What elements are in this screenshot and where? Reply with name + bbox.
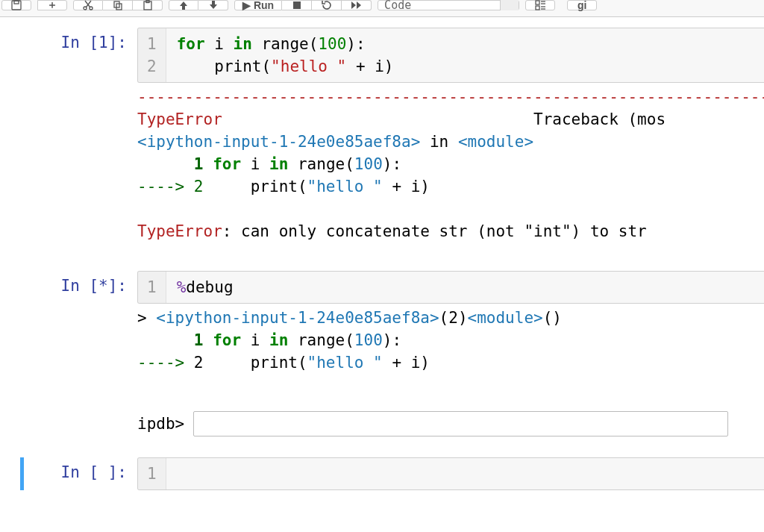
git-button[interactable]: gi — [567, 0, 597, 10]
traceback-divider: ----------------------------------------… — [137, 86, 764, 108]
code-input[interactable]: 1 — [137, 457, 764, 490]
restart-button[interactable] — [312, 0, 342, 10]
ipdb-prompt: ipdb> — [137, 415, 184, 433]
cell-1[interactable]: In [1]: 12 for i in range(100): print("h… — [24, 28, 764, 242]
prompt: In [ ]: — [24, 457, 137, 481]
svg-rect-12 — [536, 6, 539, 10]
cut-button[interactable] — [73, 0, 103, 10]
cell-2[interactable]: In [*]: 1 %debug > <ipython-input-1-24e0… — [24, 271, 764, 436]
copy-button[interactable] — [103, 0, 133, 10]
notebook: In [1]: 12 for i in range(100): print("h… — [0, 17, 764, 490]
source[interactable] — [166, 458, 197, 489]
ipdb-row: ipdb> — [137, 411, 764, 436]
cell-3[interactable]: In [ ]: 1 — [20, 457, 764, 490]
traceback-file: <ipython-input-1-24e0e85aef8a> in <modul… — [137, 131, 764, 153]
debug-frame: > <ipython-input-1-24e0e85aef8a>(2)<modu… — [137, 307, 764, 329]
toolbar: ＋ ▶ Run Code — [0, 0, 764, 17]
ipdb-input[interactable] — [193, 411, 728, 436]
debug-blank — [137, 374, 764, 396]
line-gutter: 12 — [138, 28, 166, 82]
output: ----------------------------------------… — [137, 83, 764, 242]
run-button[interactable]: ▶ Run — [234, 0, 282, 10]
svg-rect-1 — [14, 1, 19, 4]
traceback-blank — [137, 198, 764, 220]
source[interactable]: %debug — [166, 272, 244, 303]
paste-button[interactable] — [133, 0, 163, 10]
line-gutter: 1 — [138, 272, 166, 303]
svg-rect-10 — [293, 1, 301, 9]
svg-point-2 — [84, 7, 87, 10]
debug-line-2: ----> 2 print("hello " + i) — [137, 351, 764, 374]
code-input[interactable]: 12 for i in range(100): print("hello " +… — [137, 28, 764, 83]
traceback-final: TypeError: can only concatenate str (not… — [137, 220, 764, 242]
code-input[interactable]: 1 %debug — [137, 271, 764, 304]
traceback-line-1: 1 for i in range(100): — [137, 153, 764, 175]
add-cell-button[interactable]: ＋ — [37, 0, 67, 10]
command-palette-button[interactable] — [525, 0, 555, 10]
svg-rect-11 — [536, 1, 539, 4]
output: > <ipython-input-1-24e0e85aef8a>(2)<modu… — [137, 304, 764, 436]
save-button[interactable] — [1, 0, 31, 10]
move-up-button[interactable] — [169, 0, 198, 10]
move-down-button[interactable] — [198, 0, 228, 10]
prompt: In [1]: — [24, 28, 137, 51]
source[interactable]: for i in range(100): print("hello " + i) — [166, 28, 404, 82]
svg-point-3 — [90, 7, 93, 10]
svg-rect-0 — [12, 1, 21, 10]
traceback-header: TypeError Traceback (mos — [137, 108, 764, 131]
debug-line-1: 1 for i in range(100): — [137, 329, 764, 351]
fast-forward-button[interactable] — [342, 0, 372, 10]
stop-button[interactable] — [282, 0, 312, 10]
prompt: In [*]: — [24, 271, 137, 295]
cell-type-select[interactable]: Code — [378, 0, 519, 10]
traceback-line-2: ----> 2 print("hello " + i) — [137, 175, 764, 198]
line-gutter: 1 — [138, 458, 166, 489]
